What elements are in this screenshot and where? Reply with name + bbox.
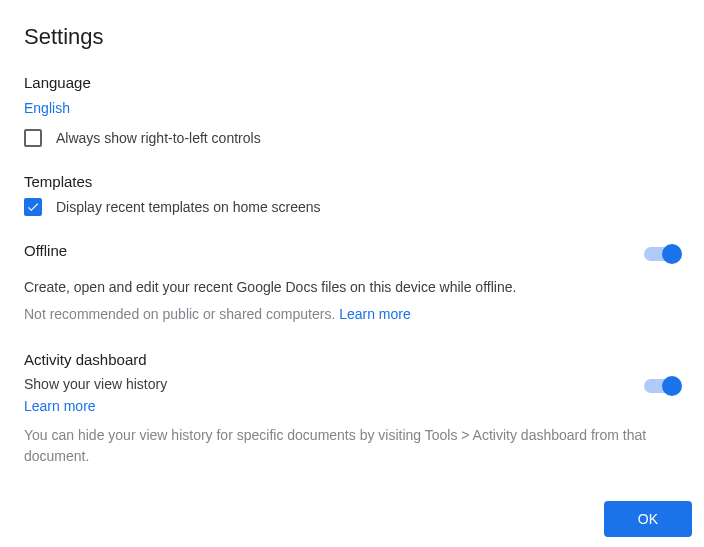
activity-heading: Activity dashboard — [24, 351, 680, 368]
activity-learn-more-link[interactable]: Learn more — [24, 398, 96, 414]
offline-description: Create, open and edit your recent Google… — [24, 277, 680, 298]
activity-label: Show your view history — [24, 374, 624, 395]
dialog-footer: OK — [604, 501, 692, 537]
templates-section: Templates Display recent templates on ho… — [24, 173, 680, 216]
templates-recent-checkbox[interactable] — [24, 198, 42, 216]
toggle-thumb — [662, 244, 682, 264]
offline-section: Offline Create, open and edit your recen… — [24, 242, 680, 325]
rtl-checkbox[interactable] — [24, 129, 42, 147]
templates-heading: Templates — [24, 173, 680, 190]
toggle-thumb — [662, 376, 682, 396]
language-value-link[interactable]: English — [24, 100, 70, 116]
language-heading: Language — [24, 74, 680, 91]
offline-heading: Offline — [24, 242, 624, 259]
rtl-checkbox-label: Always show right-to-left controls — [56, 130, 261, 146]
offline-toggle[interactable] — [644, 244, 680, 264]
language-section: Language English Always show right-to-le… — [24, 74, 680, 147]
offline-warning: Not recommended on public or shared comp… — [24, 304, 680, 325]
activity-toggle[interactable] — [644, 376, 680, 396]
offline-learn-more-link[interactable]: Learn more — [339, 306, 411, 322]
activity-section: Activity dashboard Show your view histor… — [24, 351, 680, 467]
check-icon — [26, 200, 40, 214]
page-title: Settings — [24, 24, 680, 50]
ok-button[interactable]: OK — [604, 501, 692, 537]
activity-footnote: You can hide your view history for speci… — [24, 425, 680, 467]
templates-recent-label: Display recent templates on home screens — [56, 199, 321, 215]
